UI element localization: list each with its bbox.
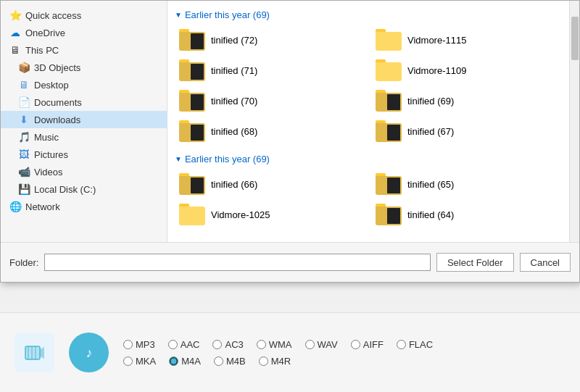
- format-option-flac[interactable]: FLAC: [397, 339, 433, 350]
- sidebar-label-pictures: Pictures: [34, 149, 68, 160]
- label-m4b: M4B: [226, 356, 246, 367]
- sidebar-item-music[interactable]: 🎵 Music: [1, 128, 167, 146]
- file-item[interactable]: tinified (71): [173, 57, 367, 84]
- folder-icon: [376, 29, 402, 51]
- file-item[interactable]: tinified (66): [173, 170, 367, 198]
- folder-icon: [376, 90, 402, 112]
- section-collapse-icon: ▼: [175, 11, 182, 19]
- sidebar-item-3d-objects[interactable]: 📦 3D Objects: [1, 59, 167, 76]
- section-header-earlier[interactable]: ▼ Earlier this year (69): [173, 7, 563, 23]
- file-item[interactable]: tinified (68): [173, 117, 367, 145]
- format-option-mp3[interactable]: MP3: [123, 339, 155, 350]
- radio-ac3[interactable]: [212, 340, 222, 349]
- file-item[interactable]: tinified (64): [370, 201, 563, 228]
- file-item[interactable]: Vidmore-1025: [173, 201, 367, 228]
- section-header-earlier2[interactable]: ▼ Earlier this year (69): [173, 151, 563, 167]
- folder-icon: [376, 204, 402, 225]
- cancel-button[interactable]: Cancel: [520, 253, 571, 272]
- radio-wma[interactable]: [257, 340, 266, 349]
- format-option-mka[interactable]: MKA: [123, 356, 156, 367]
- sidebar-label-this-pc: This PC: [25, 45, 59, 56]
- file-dialog: ⭐ Quick access ☁ OneDrive 🖥 This PC 📦 3D…: [0, 0, 580, 283]
- sidebar-item-pictures[interactable]: 🖼 Pictures: [1, 146, 167, 163]
- sidebar-label-desktop: Desktop: [34, 80, 69, 91]
- 3d-objects-icon: 📦: [18, 62, 30, 73]
- format-option-m4r[interactable]: M4R: [259, 356, 291, 367]
- audio-format-icon[interactable]: ♪: [69, 333, 109, 372]
- sidebar-label-local-disk: Local Disk (C:): [34, 184, 96, 195]
- file-item[interactable]: Vidmore-1115: [370, 26, 563, 54]
- file-grid-2: tinified (66) tinified (65) Vidmore-1025: [173, 170, 563, 228]
- folder-icon: [376, 120, 402, 142]
- sidebar-item-network[interactable]: 🌐 Network: [1, 198, 167, 215]
- file-item[interactable]: tinified (67): [370, 117, 563, 145]
- radio-aiff[interactable]: [351, 340, 360, 349]
- sidebar-item-desktop[interactable]: 🖥 Desktop: [1, 76, 167, 93]
- file-item[interactable]: tinified (72): [173, 26, 367, 54]
- radio-m4b[interactable]: [214, 356, 223, 366]
- sidebar-label-videos: Videos: [34, 167, 63, 178]
- scrollbar[interactable]: [569, 1, 579, 242]
- downloads-icon: ⬇: [18, 114, 30, 125]
- file-item[interactable]: tinified (70): [173, 87, 367, 114]
- format-option-ac3[interactable]: AC3: [212, 339, 243, 350]
- sidebar-label-onedrive: OneDrive: [25, 28, 65, 38]
- file-name: tinified (65): [407, 179, 454, 190]
- file-item[interactable]: tinified (65): [370, 170, 563, 198]
- sidebar-item-documents[interactable]: 📄 Documents: [1, 93, 167, 111]
- svg-text:♪: ♪: [86, 346, 92, 360]
- file-name: Vidmore-1115: [407, 35, 466, 46]
- format-option-aiff[interactable]: AIFF: [351, 339, 384, 350]
- label-flac: FLAC: [409, 339, 433, 350]
- sidebar-item-this-pc[interactable]: 🖥 This PC: [1, 41, 167, 59]
- folder-icon: [179, 204, 205, 225]
- section-header-label2: Earlier this year (69): [185, 154, 270, 164]
- video-format-icon[interactable]: [14, 333, 54, 372]
- file-item[interactable]: Vidmore-1109: [370, 57, 563, 84]
- sidebar-item-videos[interactable]: 📹 Videos: [1, 163, 167, 180]
- video-icon-svg: [24, 342, 46, 364]
- select-folder-button[interactable]: Select Folder: [436, 253, 514, 272]
- svg-rect-0: [25, 346, 40, 359]
- sidebar-item-onedrive[interactable]: ☁ OneDrive: [1, 24, 167, 41]
- folder-icon: [179, 120, 205, 142]
- scrollbar-thumb: [571, 17, 579, 60]
- label-mp3: MP3: [136, 339, 155, 350]
- sidebar-label-downloads: Downloads: [34, 114, 80, 125]
- format-option-aac[interactable]: AAC: [168, 339, 200, 350]
- label-m4a: M4A: [181, 356, 201, 367]
- folder-icon: [179, 90, 205, 112]
- music-icon: 🎵: [18, 131, 30, 143]
- label-aac: AAC: [181, 339, 200, 350]
- quick-access-icon: ⭐: [9, 9, 21, 21]
- file-item[interactable]: tinified (69): [370, 87, 563, 114]
- documents-icon: 📄: [18, 96, 30, 108]
- file-name: tinified (67): [407, 126, 454, 137]
- radio-aac[interactable]: [168, 340, 178, 349]
- sidebar-item-downloads[interactable]: ⬇ Downloads: [1, 111, 167, 128]
- format-option-m4b[interactable]: M4B: [214, 356, 246, 367]
- sidebar-label-3d-objects: 3D Objects: [34, 62, 80, 73]
- dialog-footer: Folder: Select Folder Cancel: [1, 242, 579, 282]
- onedrive-icon: ☁: [9, 27, 21, 38]
- radio-flac[interactable]: [397, 340, 406, 349]
- format-options: MP3 AAC AC3 WMA WAV AIFF: [123, 339, 433, 367]
- format-option-wma[interactable]: WMA: [257, 339, 292, 350]
- format-option-wav[interactable]: WAV: [305, 339, 338, 350]
- radio-mka[interactable]: [123, 356, 133, 366]
- sidebar-item-quick-access[interactable]: ⭐ Quick access: [1, 7, 167, 24]
- format-option-m4a[interactable]: M4A: [169, 356, 201, 367]
- file-name: tinified (68): [211, 126, 257, 137]
- folder-input[interactable]: [44, 254, 430, 271]
- sidebar-item-local-disk[interactable]: 💾 Local Disk (C:): [1, 180, 167, 198]
- file-name: Vidmore-1109: [407, 65, 466, 76]
- file-name: Vidmore-1025: [211, 209, 270, 220]
- format-row-2: MKA M4A M4B M4R: [123, 356, 433, 367]
- radio-m4r[interactable]: [259, 356, 268, 366]
- radio-mp3[interactable]: [123, 340, 133, 349]
- label-ac3: AC3: [225, 339, 243, 350]
- radio-m4a[interactable]: [169, 356, 178, 366]
- radio-wav[interactable]: [305, 340, 315, 349]
- section-collapse-icon2: ▼: [175, 155, 182, 163]
- sidebar-label-music: Music: [34, 132, 59, 143]
